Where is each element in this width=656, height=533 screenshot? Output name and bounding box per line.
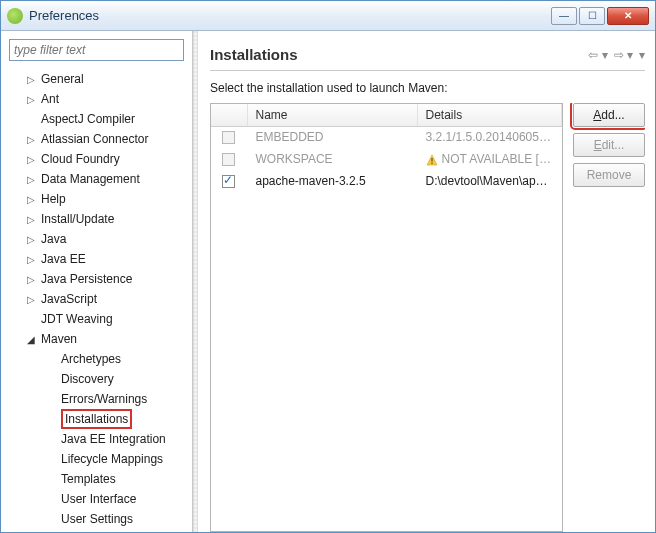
warning-icon: [426, 154, 438, 166]
tree-item[interactable]: ▷JavaScript: [1, 289, 192, 309]
tree-expand-icon: [45, 353, 57, 365]
remove-button[interactable]: Remove: [573, 163, 645, 187]
tree-item[interactable]: ▷Mylyn: [1, 529, 192, 532]
tree-item[interactable]: JDT Weaving: [1, 309, 192, 329]
table-row[interactable]: apache-maven-3.2.5D:\devtool\Maven\apach…: [211, 170, 562, 192]
tree-item-label: Atlassian Connector: [41, 132, 148, 146]
tree-collapse-icon[interactable]: ◢: [25, 333, 37, 345]
tree-expand-icon: [45, 453, 57, 465]
table-row[interactable]: EMBEDDED3.2.1/1.5.0.20140605-2032: [211, 126, 562, 148]
tree-expand-icon[interactable]: ▷: [25, 193, 37, 205]
tree-item-label: JavaScript: [41, 292, 97, 306]
tree-item[interactable]: Archetypes: [1, 349, 192, 369]
minimize-button[interactable]: —: [551, 7, 577, 25]
svg-rect-1: [431, 158, 432, 162]
button-column: Add... Edit... Remove: [573, 103, 645, 532]
row-name-cell: apache-maven-3.2.5: [247, 170, 417, 192]
installations-table[interactable]: Name Details EMBEDDED3.2.1/1.5.0.2014060…: [211, 104, 562, 192]
tree-item-label: Cloud Foundry: [41, 152, 120, 166]
tree-item-label: AspectJ Compiler: [41, 112, 135, 126]
tree-item-label: User Interface: [61, 492, 136, 506]
row-checkbox-cell[interactable]: [211, 148, 247, 170]
tree-item[interactable]: Java EE Integration: [1, 429, 192, 449]
tree-expand-icon: [45, 433, 57, 445]
row-details-cell: 3.2.1/1.5.0.20140605-2032: [417, 126, 562, 148]
tree-item[interactable]: Discovery: [1, 369, 192, 389]
tree-expand-icon[interactable]: ▷: [25, 233, 37, 245]
add-button[interactable]: Add...: [573, 103, 645, 127]
nav-forward-button[interactable]: ⇨ ▾: [614, 48, 633, 62]
column-name[interactable]: Name: [247, 104, 417, 126]
preference-tree[interactable]: ▷General▷AntAspectJ Compiler▷Atlassian C…: [1, 67, 192, 532]
edit-button[interactable]: Edit...: [573, 133, 645, 157]
nav-back-button[interactable]: ⇦ ▾: [588, 48, 607, 62]
row-details-cell: NOT AVAILABLE [3.0,): [417, 148, 562, 170]
nav-menu-button[interactable]: ▾: [639, 48, 645, 62]
filter-wrap: [9, 39, 184, 61]
row-checkbox[interactable]: [222, 175, 235, 188]
tree-item[interactable]: ▷General: [1, 69, 192, 89]
window-buttons: — ☐ ✕: [551, 7, 649, 25]
tree-item-label: Java Persistence: [41, 272, 132, 286]
tree-item-label: Errors/Warnings: [61, 392, 147, 406]
tree-item-label: JDT Weaving: [41, 312, 113, 326]
tree-item[interactable]: ▷Install/Update: [1, 209, 192, 229]
row-name-cell: WORKSPACE: [247, 148, 417, 170]
tree-expand-icon: [45, 473, 57, 485]
tree-expand-icon[interactable]: ▷: [25, 153, 37, 165]
row-checkbox: [222, 153, 235, 166]
filter-input[interactable]: [9, 39, 184, 61]
tree-item[interactable]: ▷Atlassian Connector: [1, 129, 192, 149]
app-icon: [7, 8, 23, 24]
tree-expand-icon: [45, 493, 57, 505]
column-details[interactable]: Details: [417, 104, 562, 126]
tree-expand-icon[interactable]: ▷: [25, 173, 37, 185]
tree-expand-icon[interactable]: ▷: [25, 273, 37, 285]
window-title: Preferences: [29, 8, 551, 23]
row-checkbox: [222, 131, 235, 144]
page-title: Installations: [210, 46, 588, 63]
tree-item[interactable]: ▷Help: [1, 189, 192, 209]
tree-expand-icon[interactable]: ▷: [25, 293, 37, 305]
tree-item[interactable]: Errors/Warnings: [1, 389, 192, 409]
tree-expand-icon: [45, 373, 57, 385]
svg-rect-2: [431, 162, 432, 163]
column-check[interactable]: [211, 104, 247, 126]
tree-expand-icon: [25, 113, 37, 125]
row-name-cell: EMBEDDED: [247, 126, 417, 148]
tree-item[interactable]: Installations: [1, 409, 192, 429]
tree-item[interactable]: ▷Java Persistence: [1, 269, 192, 289]
tree-item[interactable]: ▷Java: [1, 229, 192, 249]
tree-expand-icon[interactable]: ▷: [25, 253, 37, 265]
table-row[interactable]: WORKSPACENOT AVAILABLE [3.0,): [211, 148, 562, 170]
tree-item-label: Archetypes: [61, 352, 121, 366]
tree-item[interactable]: User Interface: [1, 489, 192, 509]
content-area: ▷General▷AntAspectJ Compiler▷Atlassian C…: [1, 31, 655, 532]
tree-expand-icon[interactable]: ▷: [25, 73, 37, 85]
tree-item[interactable]: Lifecycle Mappings: [1, 449, 192, 469]
tree-expand-icon[interactable]: ▷: [25, 133, 37, 145]
tree-item[interactable]: Templates: [1, 469, 192, 489]
tree-item[interactable]: ▷Ant: [1, 89, 192, 109]
tree-item[interactable]: ▷Cloud Foundry: [1, 149, 192, 169]
tree-item[interactable]: AspectJ Compiler: [1, 109, 192, 129]
row-checkbox-cell[interactable]: [211, 170, 247, 192]
tree-expand-icon[interactable]: ▷: [25, 213, 37, 225]
body-row: Name Details EMBEDDED3.2.1/1.5.0.2014060…: [210, 103, 645, 532]
maximize-button[interactable]: ☐: [579, 7, 605, 25]
tree-item[interactable]: ◢Maven: [1, 329, 192, 349]
tree-item-label: User Settings: [61, 512, 133, 526]
tree-item-label: Data Management: [41, 172, 140, 186]
tree-item-label: Install/Update: [41, 212, 114, 226]
row-checkbox-cell[interactable]: [211, 126, 247, 148]
sidebar: ▷General▷AntAspectJ Compiler▷Atlassian C…: [1, 31, 193, 532]
tree-item-label: Maven: [41, 332, 77, 346]
tree-item[interactable]: User Settings: [1, 509, 192, 529]
tree-item-label: Help: [41, 192, 66, 206]
close-button[interactable]: ✕: [607, 7, 649, 25]
tree-expand-icon[interactable]: ▷: [25, 93, 37, 105]
tree-item[interactable]: ▷Data Management: [1, 169, 192, 189]
tree-item[interactable]: ▷Java EE: [1, 249, 192, 269]
titlebar: Preferences — ☐ ✕: [1, 1, 655, 31]
tree-item-label: Lifecycle Mappings: [61, 452, 163, 466]
